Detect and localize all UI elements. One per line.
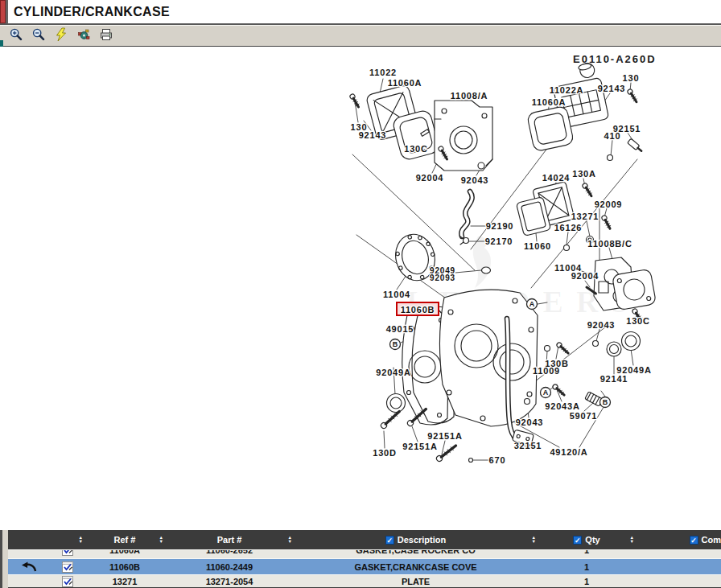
exploded-diagram: ABAB 1102211060A11008/A13092143130C92004… <box>0 47 721 530</box>
part-label-92043[interactable]: 92043 <box>587 320 616 330</box>
title-accent-bar <box>0 0 8 23</box>
parts-table: ▲▼Ref #▲▼Part #▲▼✓Description▲▼✓Qty▲▼✓Co… <box>0 530 721 588</box>
part-label-92043[interactable]: 92043 <box>461 175 489 185</box>
sort-icon[interactable]: ▲▼ <box>532 536 536 544</box>
column-header-description[interactable]: ✓Description▲▼ <box>294 530 538 549</box>
table-row[interactable]: 11060B11060-2449GASKET,CRANKCASE COVE1 <box>8 558 721 574</box>
part-label-13271[interactable]: 13271 <box>571 212 599 221</box>
part-label-92170[interactable]: 92170 <box>485 236 513 246</box>
part-label-92004[interactable]: 92004 <box>416 173 444 183</box>
part-label-11008BC[interactable]: 11008B/C <box>587 239 632 249</box>
part-label-92043A[interactable]: 92043A <box>545 401 579 411</box>
sort-icon[interactable]: ▲▼ <box>159 536 163 544</box>
parts-assembly-icon <box>76 27 91 44</box>
part-label-32151[interactable]: 32151 <box>514 441 542 450</box>
part-label-16126[interactable]: 16126 <box>554 223 583 232</box>
svg-text:A: A <box>543 389 549 397</box>
part-cell: 11060-2449 <box>165 559 294 574</box>
svg-text:B: B <box>393 340 398 348</box>
ref-cell: 11060B <box>84 559 165 574</box>
parts-assistant-button[interactable] <box>74 27 93 45</box>
edit-icon[interactable] <box>50 575 84 587</box>
column-header-ref[interactable]: Ref #▲▼ <box>84 530 165 549</box>
column-label: Qty <box>585 535 599 545</box>
column-header-select <box>8 530 50 549</box>
part-label-59071[interactable]: 59071 <box>570 411 598 421</box>
part-label-670[interactable]: 670 <box>489 455 506 465</box>
column-checkbox[interactable]: ✓ <box>573 536 582 545</box>
part-label-49120A[interactable]: 49120/A <box>550 447 587 457</box>
table-body: 11060A11060-2652GASKET,CASE ROCKER CO111… <box>8 549 721 587</box>
assembly-marker-B: B <box>390 339 401 350</box>
part-label-130C[interactable]: 130C <box>404 144 428 154</box>
page-title: CYLINDER/CRANKCASE <box>14 5 170 19</box>
part-label-410[interactable]: 410 <box>604 131 621 141</box>
column-header-com: ✓Com <box>636 530 721 549</box>
part-cell: 11060-2652 <box>165 549 294 557</box>
part-label-49015[interactable]: 49015 <box>386 324 414 334</box>
print-button[interactable] <box>97 27 116 45</box>
part-label-11060A[interactable]: 11060A <box>388 78 422 88</box>
sort-icon[interactable]: ▲▼ <box>79 536 83 544</box>
edit-icon[interactable] <box>50 559 84 574</box>
part-label-130A[interactable]: 130A <box>572 169 596 179</box>
part-label-92141[interactable]: 92141 <box>600 374 628 384</box>
zoom-out-button[interactable] <box>29 27 48 45</box>
row-select-arrow[interactable] <box>8 549 50 557</box>
zoom-in-icon <box>9 27 23 44</box>
part-label-11060A[interactable]: 11060A <box>532 97 566 107</box>
qty-cell: 1 <box>538 575 636 587</box>
part-label-11004[interactable]: 11004 <box>383 290 410 299</box>
highlight-hotspots-button[interactable] <box>52 27 71 45</box>
part-label-11008A[interactable]: 11008/A <box>451 91 488 101</box>
sort-icon[interactable]: ▲▼ <box>630 536 634 544</box>
svg-text:A: A <box>529 300 535 308</box>
assembly-marker-A: A <box>541 388 551 398</box>
part-label-92093[interactable]: 92093 <box>430 273 455 282</box>
column-header-part[interactable]: Part #▲▼ <box>165 530 294 549</box>
edit-icon[interactable] <box>50 549 84 557</box>
printer-icon <box>99 27 113 44</box>
zoom-out-icon <box>31 27 46 44</box>
part-label-11022A[interactable]: 11022A <box>550 85 584 95</box>
part-label-92151A[interactable]: 92151A <box>427 431 462 441</box>
column-header-edit[interactable]: ▲▼ <box>50 530 84 549</box>
part-label-130[interactable]: 130 <box>623 73 640 83</box>
zoom-in-button[interactable] <box>6 27 26 45</box>
table-row[interactable]: 11060A11060-2652GASKET,CASE ROCKER CO1 <box>8 549 721 558</box>
column-label: Part # <box>217 535 242 545</box>
part-label-11009[interactable]: 11009 <box>533 366 560 376</box>
part-label-92043[interactable]: 92043 <box>516 417 544 427</box>
part-label-11060B[interactable]: 11060B <box>401 305 435 315</box>
part-label-130C[interactable]: 130C <box>626 316 650 326</box>
part-label-92049A[interactable]: 92049A <box>376 368 410 377</box>
desc-cell: GASKET,CASE ROCKER CO <box>294 549 538 557</box>
desc-cell: PLATE <box>294 575 538 587</box>
part-label-92143[interactable]: 92143 <box>359 130 387 140</box>
page-title-bar: CYLINDER/CRANKCASE <box>0 0 721 25</box>
part-label-130D[interactable]: 130D <box>373 448 397 458</box>
table-row[interactable]: 1327113271-2054PLATE1 <box>8 574 721 587</box>
assembly-marker-A: A <box>527 299 538 310</box>
part-label-11060[interactable]: 11060 <box>524 241 551 251</box>
assembly-marker-B: B <box>600 397 611 408</box>
sort-icon[interactable]: ▲▼ <box>288 536 292 544</box>
column-checkbox[interactable]: ✓ <box>385 536 394 545</box>
part-label-11022[interactable]: 11022 <box>369 68 397 77</box>
part-label-92151A[interactable]: 92151A <box>402 442 437 451</box>
qty-cell: 1 <box>538 549 636 557</box>
part-label-92004[interactable]: 92004 <box>571 271 599 281</box>
part-label-92009[interactable]: 92009 <box>595 199 623 209</box>
part-label-92190[interactable]: 92190 <box>486 221 514 231</box>
row-select-arrow[interactable] <box>8 559 50 574</box>
qty-cell: 1 <box>538 559 636 574</box>
column-checkbox[interactable]: ✓ <box>690 536 698 545</box>
part-label-92143[interactable]: 92143 <box>598 84 626 93</box>
column-header-qty[interactable]: ✓Qty▲▼ <box>538 530 636 549</box>
lightning-icon <box>54 27 68 44</box>
part-label-14024[interactable]: 14024 <box>542 173 571 183</box>
ref-cell: 13271 <box>84 575 165 587</box>
svg-text:B: B <box>603 398 608 406</box>
table-header-row: ▲▼Ref #▲▼Part #▲▼✓Description▲▼✓Qty▲▼✓Co… <box>8 530 721 549</box>
row-select-arrow[interactable] <box>8 575 50 587</box>
